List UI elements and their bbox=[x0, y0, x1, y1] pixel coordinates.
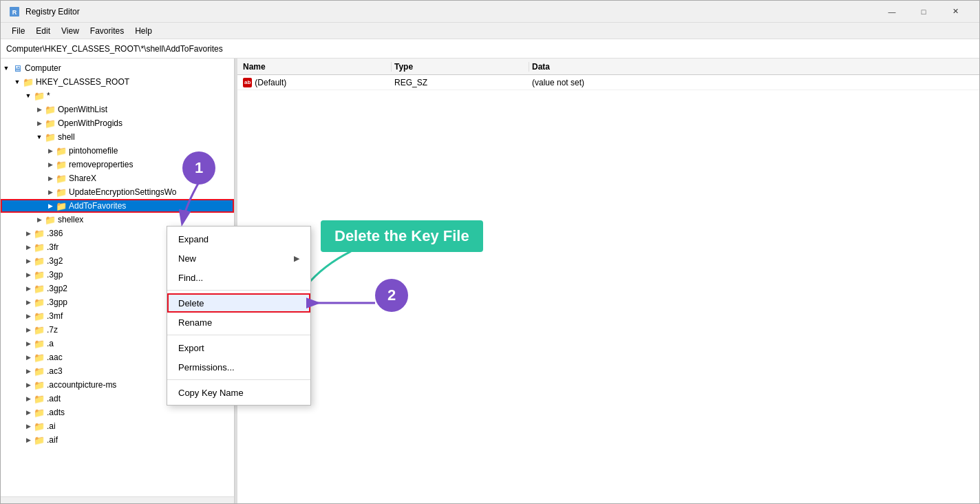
folder-icon: 📁 bbox=[34, 242, 45, 253]
minimize-button[interactable]: — bbox=[876, 1, 908, 23]
folder-icon: 📁 bbox=[34, 366, 45, 377]
menu-view[interactable]: View bbox=[56, 25, 85, 37]
tree-label-sharex: ShareX bbox=[69, 174, 96, 183]
ctx-rename[interactable]: Rename bbox=[167, 313, 310, 332]
tree-item-openwithprogids[interactable]: ▶ 📁 OpenWithProgids bbox=[1, 116, 234, 130]
tree-item-hkey-classes-root[interactable]: ▼ 📁 HKEY_CLASSES_ROOT bbox=[1, 75, 234, 89]
tree-item-shell[interactable]: ▼ 📁 shell bbox=[1, 130, 234, 144]
tree-label-updateencryption: UpdateEncryptionSettingsWo bbox=[69, 187, 177, 197]
tree-label-openwithprogids: OpenWithProgids bbox=[58, 118, 122, 128]
tree-label-3gp2: .3gp2 bbox=[47, 284, 67, 293]
ctx-copy-key-label: Copy Key Name bbox=[178, 388, 244, 398]
context-menu: Expand New ▶ Find... Delete Rename Expor… bbox=[167, 226, 311, 406]
folder-icon: 📁 bbox=[34, 434, 45, 445]
tree-arrow: ▶ bbox=[23, 285, 34, 292]
tree-arrow: ▶ bbox=[45, 175, 56, 182]
tree-arrow: ▶ bbox=[23, 395, 34, 402]
window-title: Registry Editor bbox=[25, 7, 876, 17]
folder-icon: 📁 bbox=[34, 228, 45, 239]
menu-favorites[interactable]: Favorites bbox=[85, 25, 129, 37]
tree-label-pintohomefile: pintohomefile bbox=[69, 146, 118, 156]
window-controls: — □ ✕ bbox=[876, 1, 971, 23]
tree-item-openwithlist[interactable]: ▶ 📁 OpenWithList bbox=[1, 103, 234, 116]
tree-item-sharex[interactable]: ▶ 📁 ShareX bbox=[1, 171, 234, 185]
tree-arrow: ▶ bbox=[23, 340, 34, 347]
ctx-permissions[interactable]: Permissions... bbox=[167, 357, 310, 377]
computer-icon: 🖥 bbox=[12, 63, 23, 74]
ctx-delete-label: Delete bbox=[178, 298, 204, 308]
tree-item-pintohomefile[interactable]: ▶ 📁 pintohomefile bbox=[1, 144, 234, 158]
tree-label-3g2: .3g2 bbox=[47, 256, 63, 266]
tree-label-7z: .7z bbox=[47, 325, 58, 335]
ctx-rename-label: Rename bbox=[178, 317, 212, 328]
ctx-new-arrow: ▶ bbox=[294, 254, 299, 263]
folder-icon: 📁 bbox=[34, 407, 45, 418]
tree-arrow: ▶ bbox=[45, 147, 56, 154]
tree-item-addtofavorites[interactable]: ▶ 📁 AddToFavorites bbox=[1, 199, 234, 213]
ctx-expand[interactable]: Expand bbox=[167, 229, 310, 249]
titlebar: R Registry Editor — □ ✕ bbox=[1, 1, 979, 23]
tree-arrow: ▶ bbox=[23, 381, 34, 388]
folder-icon: 📁 bbox=[34, 421, 45, 432]
tree-item-ai[interactable]: ▶ 📁 .ai bbox=[1, 419, 234, 433]
svg-text:R: R bbox=[12, 9, 17, 16]
tree-label-386: .386 bbox=[47, 229, 63, 238]
folder-icon: 📁 bbox=[45, 132, 56, 143]
table-row-default[interactable]: ab (Default) REG_SZ (value not set) bbox=[237, 75, 979, 90]
tree-label-removeproperties: removeproperties bbox=[69, 160, 133, 169]
tree-arrow: ▶ bbox=[34, 106, 45, 113]
tree-item-removeproperties[interactable]: ▶ 📁 removeproperties bbox=[1, 158, 234, 171]
tree-item-computer[interactable]: ▼ 🖥 Computer bbox=[1, 61, 234, 75]
cell-name-default: ab (Default) bbox=[240, 78, 392, 87]
tree-arrow: ▶ bbox=[23, 423, 34, 430]
folder-icon: 📁 bbox=[45, 104, 56, 115]
folder-icon: 📁 bbox=[34, 297, 45, 308]
tree-arrow: ▶ bbox=[45, 189, 56, 196]
folder-icon: 📁 bbox=[56, 173, 67, 184]
ctx-export[interactable]: Export bbox=[167, 338, 310, 357]
ctx-permissions-label: Permissions... bbox=[178, 362, 235, 372]
tree-arrow: ▼ bbox=[1, 65, 12, 72]
tree-arrow: ▶ bbox=[23, 437, 34, 443]
folder-icon: 📁 bbox=[34, 283, 45, 294]
tree-item-updateencryption[interactable]: ▶ 📁 UpdateEncryptionSettingsWo bbox=[1, 185, 234, 199]
tree-label-ac3: .ac3 bbox=[47, 366, 63, 376]
tree-arrow: ▶ bbox=[23, 230, 34, 237]
maximize-button[interactable]: □ bbox=[908, 1, 939, 23]
tree-item-aif[interactable]: ▶ 📁 .aif bbox=[1, 433, 234, 447]
folder-icon: 📁 bbox=[34, 269, 45, 280]
tree-label-aif: .aif bbox=[47, 435, 58, 445]
address-path: Computer\HKEY_CLASSES_ROOT\*\shell\AddTo… bbox=[6, 44, 223, 54]
menu-file[interactable]: File bbox=[6, 25, 30, 37]
close-button[interactable]: ✕ bbox=[939, 1, 971, 23]
tree-item-star[interactable]: ▼ 📁 * bbox=[1, 89, 234, 103]
tree-label-addtofavorites: AddToFavorites bbox=[69, 201, 126, 211]
tree-label-adts: .adts bbox=[47, 408, 65, 417]
folder-icon: 📁 bbox=[34, 255, 45, 266]
ctx-separator-3 bbox=[167, 379, 310, 380]
folder-icon: 📁 bbox=[34, 352, 45, 363]
tree-scrollbar-h[interactable] bbox=[1, 496, 234, 503]
tree-arrow: ▶ bbox=[34, 216, 45, 223]
ctx-copy-key-name[interactable]: Copy Key Name bbox=[167, 383, 310, 402]
cell-data-default: (value not set) bbox=[529, 78, 977, 87]
ctx-delete[interactable]: Delete bbox=[167, 293, 310, 313]
ctx-new[interactable]: New ▶ bbox=[167, 249, 310, 268]
ctx-new-label: New bbox=[178, 253, 196, 264]
tree-item-shellex[interactable]: ▶ 📁 shellex bbox=[1, 213, 234, 227]
folder-icon: 📁 bbox=[34, 311, 45, 322]
tree-arrow: ▼ bbox=[34, 134, 45, 140]
addressbar: Computer\HKEY_CLASSES_ROOT\*\shell\AddTo… bbox=[1, 39, 979, 59]
tree-label-3gp: .3gp bbox=[47, 270, 63, 280]
tree-item-adts[interactable]: ▶ 📁 .adts bbox=[1, 406, 234, 419]
ctx-find[interactable]: Find... bbox=[167, 268, 310, 287]
tree-label-computer: Computer bbox=[25, 63, 61, 73]
menu-help[interactable]: Help bbox=[129, 25, 158, 37]
right-panel: Name Type Data ab (Default) REG_SZ (valu… bbox=[237, 59, 979, 503]
folder-icon: 📁 bbox=[45, 214, 56, 225]
menu-edit[interactable]: Edit bbox=[30, 25, 56, 37]
tree-label-shell: shell bbox=[58, 132, 75, 142]
cell-name-label: (Default) bbox=[255, 78, 286, 87]
folder-icon: 📁 bbox=[56, 200, 67, 211]
folder-icon: 📁 bbox=[34, 338, 45, 349]
